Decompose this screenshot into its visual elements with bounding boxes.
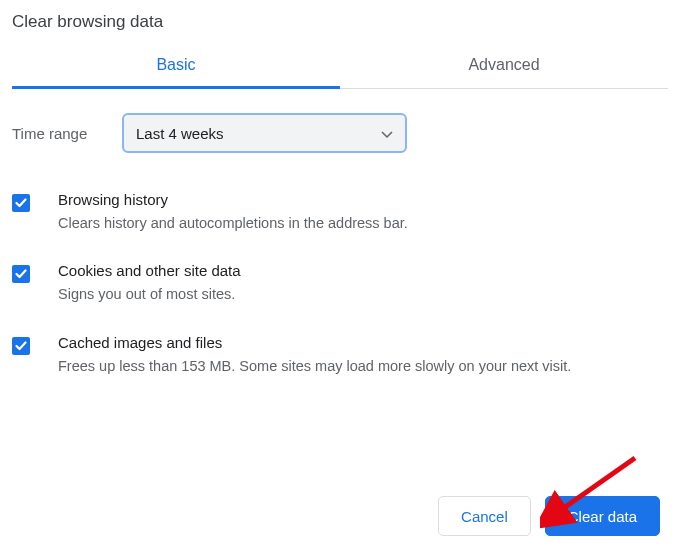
checkbox-cookies[interactable] [12, 265, 30, 283]
option-title: Cookies and other site data [58, 262, 241, 283]
option-description: Clears history and autocompletions in th… [58, 212, 408, 234]
tab-label: Advanced [468, 56, 539, 73]
button-label: Cancel [461, 508, 508, 525]
time-range-label: Time range [12, 125, 122, 142]
cancel-button[interactable]: Cancel [438, 496, 531, 536]
option-title: Browsing history [58, 191, 408, 212]
option-description: Signs you out of most sites. [58, 283, 241, 305]
time-range-row: Time range Last 4 weeks [12, 89, 668, 171]
tab-label: Basic [156, 56, 195, 73]
button-label: Clear data [568, 508, 637, 525]
checkmark-icon [14, 267, 28, 281]
option-description: Frees up less than 153 MB. Some sites ma… [58, 355, 571, 377]
option-browsing-history: Browsing history Clears history and auto… [12, 177, 668, 248]
clear-data-button[interactable]: Clear data [545, 496, 660, 536]
tab-advanced[interactable]: Advanced [340, 44, 668, 88]
option-title: Cached images and files [58, 334, 571, 355]
options-list: Browsing history Clears history and auto… [12, 171, 668, 391]
dialog-title: Clear browsing data [12, 8, 668, 44]
tabs: Basic Advanced [12, 44, 668, 89]
dialog-footer: Cancel Clear data [438, 496, 660, 536]
checkmark-icon [14, 339, 28, 353]
dropdown-caret-icon [381, 125, 393, 142]
time-range-value: Last 4 weeks [136, 125, 224, 142]
checkbox-browsing-history[interactable] [12, 194, 30, 212]
checkbox-cached[interactable] [12, 337, 30, 355]
clear-browsing-data-dialog: Clear browsing data Basic Advanced Time … [0, 0, 680, 391]
checkmark-icon [14, 196, 28, 210]
tab-basic[interactable]: Basic [12, 44, 340, 88]
time-range-select[interactable]: Last 4 weeks [122, 113, 407, 153]
option-cached: Cached images and files Frees up less th… [12, 320, 668, 391]
option-cookies: Cookies and other site data Signs you ou… [12, 248, 668, 319]
